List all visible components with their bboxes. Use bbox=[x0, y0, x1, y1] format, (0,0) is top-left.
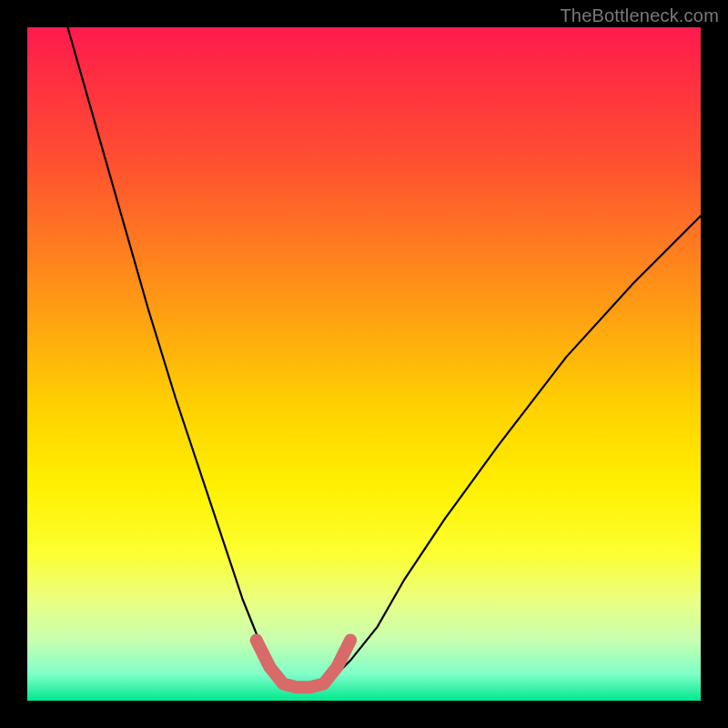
curve-right-branch bbox=[337, 216, 701, 673]
curves-svg bbox=[27, 27, 701, 701]
plot-area bbox=[27, 27, 701, 701]
curve-left-branch bbox=[67, 27, 276, 673]
watermark-text: TheBottleneck.com bbox=[560, 5, 719, 26]
curve-floor-highlight bbox=[257, 640, 351, 687]
chart-frame: TheBottleneck.com bbox=[0, 0, 728, 728]
